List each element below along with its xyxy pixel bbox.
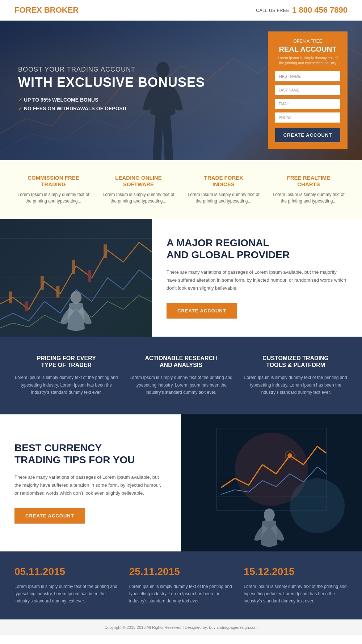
- form-box-subtitle: Lorem Ipsum is simply dummy text of the …: [275, 56, 340, 66]
- signup-form-box: OPEN A FREE REAL ACCOUNT Lorem Ipsum is …: [268, 31, 348, 149]
- provider-title-line2: AND GLOBAL PROVIDER: [167, 249, 290, 260]
- news-date-0: 05.11.2015: [14, 566, 118, 577]
- news-desc-1: Lorem Ipsum is simply dummy text of the …: [129, 583, 233, 605]
- site-footer: Copyright © 2015-2016 All Rights Reserve…: [0, 619, 362, 635]
- svg-point-22: [264, 508, 275, 521]
- logo-broker: BROKER: [44, 5, 79, 14]
- provider-title-line1: A MAJOR REGIONAL: [167, 237, 269, 248]
- svg-rect-13: [104, 244, 107, 258]
- features-strip: COMMISSION FREETRADING Lorem Ipsum is si…: [0, 160, 362, 219]
- svg-rect-10: [56, 286, 60, 298]
- provider-content: A MAJOR REGIONAL AND GLOBAL PROVIDER The…: [152, 219, 362, 337]
- news-section: 05.11.2015 Lorem Ipsum is simply dummy t…: [0, 551, 362, 619]
- provider-chart-svg: [0, 219, 152, 337]
- dark-feature-title-0: PRICING FOR EVERYTYPE OF TRADER: [14, 355, 118, 368]
- hero-bullet-1: UP TO 95% WELCOME BONUS: [18, 97, 253, 103]
- form-heading-text: OPEN A FREE: [293, 39, 322, 44]
- logo: FOREX BROKER: [14, 5, 79, 15]
- tips-title: BEST CURRENCY TRADING TIPS FOR YOU: [14, 442, 167, 466]
- footer-text: Copyright © 2015-2016 All Rights Reserve…: [104, 625, 257, 630]
- call-text: CALL US FREE: [256, 8, 289, 13]
- svg-point-23: [287, 453, 292, 458]
- tips-image-svg: [181, 414, 362, 551]
- hero-content: BOOST YOUR TRADING ACCOUNT WITH EXCLUSIV…: [0, 51, 268, 129]
- hero-bullet-2: NO FEES ON WITHDRAWALS OE DEPOSIT: [18, 106, 253, 111]
- hero-title-big: WITH EXCLUSIVE BONUSES: [18, 75, 253, 90]
- svg-rect-11: [72, 260, 75, 274]
- dark-feature-desc-0: Lorem Ipsum is simply dummy text of the …: [14, 374, 118, 396]
- feature-desc-1: Lorem Ipsum is simply dummy text of the …: [100, 191, 177, 204]
- tips-section: BEST CURRENCY TRADING TIPS FOR YOU There…: [0, 414, 362, 551]
- dark-feature-2: CUSTOMIZED TRADINGTOOLS & PLATFORM Lorem…: [244, 355, 348, 396]
- phone-area: CALL US FREE 1 800 456 7890: [256, 5, 348, 15]
- news-item-1: 25.11.2015 Lorem Ipsum is simply dummy t…: [129, 566, 233, 605]
- form-box-heading: OPEN A FREE REAL ACCOUNT: [275, 39, 340, 54]
- dark-feature-desc-1: Lorem Ipsum is simply dummy text of the …: [129, 374, 233, 396]
- tips-image: [181, 414, 362, 551]
- feature-item-0: COMMISSION FREETRADING Lorem Ipsum is si…: [14, 175, 92, 204]
- dark-feature-0: PRICING FOR EVERYTYPE OF TRADER Lorem Ip…: [14, 355, 118, 396]
- feature-desc-2: Lorem Ipsum is simply dummy text of the …: [185, 191, 262, 204]
- news-desc-2: Lorem Ipsum is simply dummy text of the …: [244, 583, 348, 605]
- provider-image: [0, 219, 152, 337]
- site-header: FOREX BROKER CALL US FREE 1 800 456 7890: [0, 0, 362, 21]
- news-item-0: 05.11.2015 Lorem Ipsum is simply dummy t…: [14, 566, 118, 605]
- dark-feature-title-2: CUSTOMIZED TRADINGTOOLS & PLATFORM: [244, 355, 348, 368]
- lastname-input[interactable]: [275, 85, 340, 96]
- firstname-input[interactable]: [275, 71, 340, 82]
- svg-rect-8: [25, 301, 28, 311]
- phone-number: 1 800 456 7890: [292, 5, 348, 15]
- dark-feature-title-1: ACTIONABLE RESEARCHAND ANALYSIS: [129, 355, 233, 368]
- feature-item-3: FREE REALTIMECHARTS Lorem Ipsum is simpl…: [270, 175, 348, 204]
- dark-feature-1: ACTIONABLE RESEARCHAND ANALYSIS Lorem Ip…: [129, 355, 233, 396]
- hero-bullets: UP TO 95% WELCOME BONUS NO FEES ON WITHD…: [18, 97, 253, 111]
- logo-forex: FOREX: [14, 5, 42, 14]
- feature-title-2: TRADE FOREXINDICES: [185, 175, 262, 188]
- svg-point-14: [71, 291, 81, 304]
- tips-content: BEST CURRENCY TRADING TIPS FOR YOU There…: [0, 414, 181, 551]
- provider-title: A MAJOR REGIONAL AND GLOBAL PROVIDER: [167, 237, 348, 261]
- svg-rect-7: [9, 291, 12, 303]
- feature-title-1: LEADING ONLINESOFTWARE: [100, 175, 177, 188]
- feature-item-2: TRADE FOREXINDICES Lorem Ipsum is simply…: [185, 175, 262, 204]
- tips-create-account-button[interactable]: CREATE ACCOUNT: [14, 508, 85, 524]
- feature-title-0: COMMISSION FREETRADING: [14, 175, 92, 188]
- email-input[interactable]: [275, 99, 340, 110]
- svg-rect-9: [41, 276, 44, 289]
- hero-create-account-button[interactable]: CREATE ACCOUNT: [275, 128, 340, 142]
- feature-desc-0: Lorem Ipsum is simply dummy text of the …: [14, 191, 92, 204]
- form-heading-strong: REAL ACCOUNT: [275, 44, 340, 54]
- dark-features-section: PRICING FOR EVERYTYPE OF TRADER Lorem Ip…: [0, 337, 362, 414]
- tips-desc: There are many variations of passages of…: [14, 473, 167, 497]
- news-item-2: 15.12.2015 Lorem Ipsum is simply dummy t…: [244, 566, 348, 605]
- news-date-2: 15.12.2015: [244, 566, 348, 577]
- svg-rect-12: [88, 270, 91, 282]
- feature-title-3: FREE REALTIMECHARTS: [270, 175, 348, 188]
- provider-create-account-button[interactable]: CREATE ACCOUNT: [167, 303, 237, 319]
- tips-title-line1: BEST CURRENCY: [14, 442, 102, 453]
- dark-feature-desc-2: Lorem Ipsum is simply dummy text of the …: [244, 374, 348, 396]
- news-date-1: 25.11.2015: [129, 566, 233, 577]
- tips-title-line2: TRADING TIPS FOR YOU: [14, 454, 135, 465]
- provider-section: A MAJOR REGIONAL AND GLOBAL PROVIDER The…: [0, 219, 362, 337]
- svg-point-17: [290, 478, 345, 533]
- hero-form-area: OPEN A FREE REAL ACCOUNT Lorem Ipsum is …: [268, 31, 348, 149]
- news-desc-0: Lorem Ipsum is simply dummy text of the …: [14, 583, 118, 605]
- phone-input[interactable]: [275, 112, 340, 123]
- feature-desc-3: Lorem Ipsum is simply dummy text of the …: [270, 191, 348, 204]
- provider-desc: There are many variations of passages of…: [167, 268, 348, 292]
- feature-item-1: LEADING ONLINESOFTWARE Lorem Ipsum is si…: [100, 175, 177, 204]
- hero-section: BOOST YOUR TRADING ACCOUNT WITH EXCLUSIV…: [0, 21, 362, 160]
- hero-title-small: BOOST YOUR TRADING ACCOUNT: [18, 66, 253, 73]
